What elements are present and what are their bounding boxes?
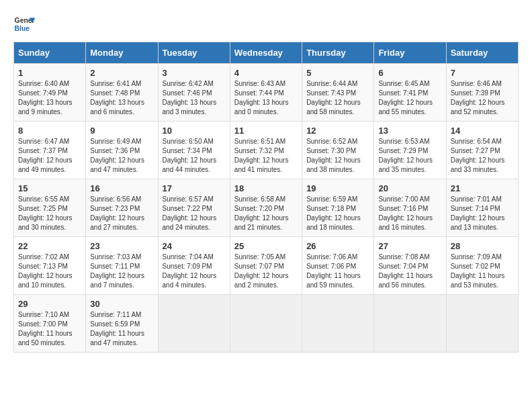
calendar-cell: 27Sunrise: 7:08 AMSunset: 7:04 PMDayligh… bbox=[374, 237, 446, 295]
header-row: SundayMondayTuesdayWednesdayThursdayFrid… bbox=[14, 42, 519, 64]
day-info: Sunrise: 6:40 AMSunset: 7:49 PMDaylight:… bbox=[18, 79, 81, 117]
day-number: 29 bbox=[18, 299, 81, 309]
week-row-5: 29Sunrise: 7:10 AMSunset: 7:00 PMDayligh… bbox=[14, 295, 519, 353]
svg-text:Blue: Blue bbox=[15, 25, 30, 32]
calendar-cell: 12Sunrise: 6:52 AMSunset: 7:30 PMDayligh… bbox=[302, 122, 374, 179]
day-number: 27 bbox=[378, 241, 441, 251]
calendar-cell: 25Sunrise: 7:05 AMSunset: 7:07 PMDayligh… bbox=[230, 237, 302, 295]
day-info: Sunrise: 6:47 AMSunset: 7:37 PMDaylight:… bbox=[18, 137, 81, 175]
day-number: 17 bbox=[163, 183, 226, 193]
calendar-cell: 26Sunrise: 7:06 AMSunset: 7:06 PMDayligh… bbox=[302, 237, 374, 295]
day-info: Sunrise: 6:41 AMSunset: 7:48 PMDaylight:… bbox=[90, 79, 153, 117]
day-info: Sunrise: 6:57 AMSunset: 7:22 PMDaylight:… bbox=[163, 195, 226, 232]
calendar-cell: 24Sunrise: 7:04 AMSunset: 7:09 PMDayligh… bbox=[158, 237, 230, 295]
day-info: Sunrise: 6:56 AMSunset: 7:23 PMDaylight:… bbox=[90, 195, 153, 232]
day-number: 15 bbox=[18, 183, 81, 193]
day-number: 25 bbox=[234, 241, 298, 251]
day-info: Sunrise: 7:01 AMSunset: 7:14 PMDaylight:… bbox=[451, 195, 514, 232]
day-number: 2 bbox=[90, 68, 153, 78]
day-number: 9 bbox=[90, 126, 153, 136]
calendar-cell: 13Sunrise: 6:53 AMSunset: 7:29 PMDayligh… bbox=[374, 122, 446, 179]
header-day-wednesday: Wednesday bbox=[230, 42, 302, 64]
day-info: Sunrise: 6:46 AMSunset: 7:39 PMDaylight:… bbox=[451, 79, 514, 117]
day-info: Sunrise: 6:53 AMSunset: 7:29 PMDaylight:… bbox=[378, 137, 441, 175]
day-number: 23 bbox=[90, 241, 153, 251]
calendar-cell: 30Sunrise: 7:11 AMSunset: 6:59 PMDayligh… bbox=[86, 295, 158, 353]
day-info: Sunrise: 6:59 AMSunset: 7:18 PMDaylight:… bbox=[306, 195, 369, 232]
day-number: 14 bbox=[451, 126, 514, 136]
calendar-cell: 8Sunrise: 6:47 AMSunset: 7:37 PMDaylight… bbox=[14, 122, 86, 179]
day-number: 10 bbox=[163, 126, 226, 136]
calendar-cell: 15Sunrise: 6:55 AMSunset: 7:25 PMDayligh… bbox=[14, 179, 86, 237]
day-info: Sunrise: 7:02 AMSunset: 7:13 PMDaylight:… bbox=[18, 253, 81, 290]
day-number: 24 bbox=[163, 241, 226, 251]
calendar-cell: 5Sunrise: 6:44 AMSunset: 7:43 PMDaylight… bbox=[302, 64, 374, 122]
calendar-cell bbox=[158, 295, 230, 353]
header-day-thursday: Thursday bbox=[302, 42, 374, 64]
day-info: Sunrise: 7:10 AMSunset: 7:00 PMDaylight:… bbox=[18, 310, 81, 348]
day-info: Sunrise: 7:00 AMSunset: 7:16 PMDaylight:… bbox=[378, 195, 441, 232]
calendar-cell: 10Sunrise: 6:50 AMSunset: 7:34 PMDayligh… bbox=[158, 122, 230, 179]
day-info: Sunrise: 6:45 AMSunset: 7:41 PMDaylight:… bbox=[378, 79, 441, 117]
calendar-cell: 20Sunrise: 7:00 AMSunset: 7:16 PMDayligh… bbox=[374, 179, 446, 237]
day-info: Sunrise: 7:08 AMSunset: 7:04 PMDaylight:… bbox=[378, 253, 441, 290]
day-info: Sunrise: 6:44 AMSunset: 7:43 PMDaylight:… bbox=[306, 79, 369, 117]
day-number: 21 bbox=[451, 183, 514, 193]
calendar-cell: 29Sunrise: 7:10 AMSunset: 7:00 PMDayligh… bbox=[14, 295, 86, 353]
day-number: 5 bbox=[306, 68, 369, 78]
day-number: 18 bbox=[234, 183, 298, 193]
header-day-monday: Monday bbox=[86, 42, 158, 64]
page-header: General Blue bbox=[13, 13, 519, 35]
logo-icon: General Blue bbox=[13, 13, 35, 35]
calendar-cell: 18Sunrise: 6:58 AMSunset: 7:20 PMDayligh… bbox=[230, 179, 302, 237]
day-number: 6 bbox=[378, 68, 441, 78]
day-number: 11 bbox=[234, 126, 298, 136]
calendar-cell: 19Sunrise: 6:59 AMSunset: 7:18 PMDayligh… bbox=[302, 179, 374, 237]
day-info: Sunrise: 7:09 AMSunset: 7:02 PMDaylight:… bbox=[451, 253, 514, 290]
week-row-3: 15Sunrise: 6:55 AMSunset: 7:25 PMDayligh… bbox=[14, 179, 519, 237]
calendar-cell: 17Sunrise: 6:57 AMSunset: 7:22 PMDayligh… bbox=[158, 179, 230, 237]
week-row-2: 8Sunrise: 6:47 AMSunset: 7:37 PMDaylight… bbox=[14, 122, 519, 179]
calendar-table: SundayMondayTuesdayWednesdayThursdayFrid… bbox=[13, 42, 519, 353]
calendar-cell: 6Sunrise: 6:45 AMSunset: 7:41 PMDaylight… bbox=[374, 64, 446, 122]
header-day-tuesday: Tuesday bbox=[158, 42, 230, 64]
header-day-sunday: Sunday bbox=[14, 42, 86, 64]
day-info: Sunrise: 6:55 AMSunset: 7:25 PMDaylight:… bbox=[18, 195, 81, 232]
calendar-cell bbox=[374, 295, 446, 353]
day-number: 26 bbox=[306, 241, 369, 251]
day-number: 20 bbox=[378, 183, 441, 193]
calendar-cell: 16Sunrise: 6:56 AMSunset: 7:23 PMDayligh… bbox=[86, 179, 158, 237]
calendar-cell: 4Sunrise: 6:43 AMSunset: 7:44 PMDaylight… bbox=[230, 64, 302, 122]
day-info: Sunrise: 6:49 AMSunset: 7:36 PMDaylight:… bbox=[90, 137, 153, 175]
day-info: Sunrise: 6:43 AMSunset: 7:44 PMDaylight:… bbox=[234, 79, 298, 117]
day-number: 1 bbox=[18, 68, 81, 78]
calendar-cell: 28Sunrise: 7:09 AMSunset: 7:02 PMDayligh… bbox=[446, 237, 518, 295]
calendar-cell: 21Sunrise: 7:01 AMSunset: 7:14 PMDayligh… bbox=[446, 179, 518, 237]
calendar-cell: 2Sunrise: 6:41 AMSunset: 7:48 PMDaylight… bbox=[86, 64, 158, 122]
calendar-cell: 11Sunrise: 6:51 AMSunset: 7:32 PMDayligh… bbox=[230, 122, 302, 179]
day-info: Sunrise: 7:06 AMSunset: 7:06 PMDaylight:… bbox=[306, 253, 369, 290]
header-day-friday: Friday bbox=[374, 42, 446, 64]
day-number: 12 bbox=[306, 126, 369, 136]
day-info: Sunrise: 6:50 AMSunset: 7:34 PMDaylight:… bbox=[163, 137, 226, 175]
week-row-4: 22Sunrise: 7:02 AMSunset: 7:13 PMDayligh… bbox=[14, 237, 519, 295]
day-number: 8 bbox=[18, 126, 81, 136]
day-number: 7 bbox=[451, 68, 514, 78]
day-number: 4 bbox=[234, 68, 298, 78]
day-number: 28 bbox=[451, 241, 514, 251]
day-number: 16 bbox=[90, 183, 153, 193]
day-info: Sunrise: 7:05 AMSunset: 7:07 PMDaylight:… bbox=[234, 253, 298, 290]
day-number: 22 bbox=[18, 241, 81, 251]
calendar-cell bbox=[302, 295, 374, 353]
day-info: Sunrise: 6:52 AMSunset: 7:30 PMDaylight:… bbox=[306, 137, 369, 175]
calendar-cell: 3Sunrise: 6:42 AMSunset: 7:46 PMDaylight… bbox=[158, 64, 230, 122]
calendar-cell: 9Sunrise: 6:49 AMSunset: 7:36 PMDaylight… bbox=[86, 122, 158, 179]
calendar-cell bbox=[230, 295, 302, 353]
day-info: Sunrise: 7:03 AMSunset: 7:11 PMDaylight:… bbox=[90, 253, 153, 290]
calendar-cell bbox=[446, 295, 518, 353]
calendar-cell: 23Sunrise: 7:03 AMSunset: 7:11 PMDayligh… bbox=[86, 237, 158, 295]
logo: General Blue bbox=[13, 13, 35, 35]
day-number: 13 bbox=[378, 126, 441, 136]
calendar-cell: 7Sunrise: 6:46 AMSunset: 7:39 PMDaylight… bbox=[446, 64, 518, 122]
day-info: Sunrise: 7:04 AMSunset: 7:09 PMDaylight:… bbox=[163, 253, 226, 290]
